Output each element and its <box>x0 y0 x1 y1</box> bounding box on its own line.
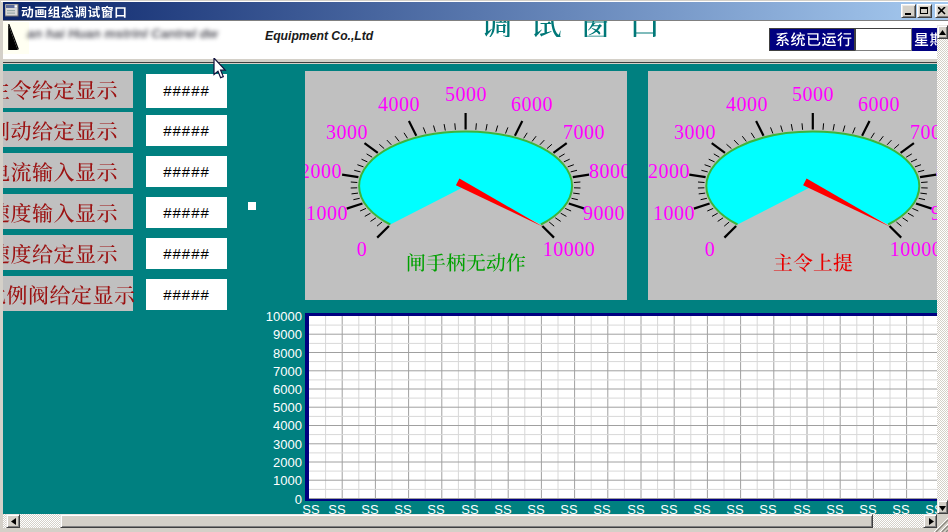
svg-text:3000: 3000 <box>674 121 716 143</box>
svg-text:9000: 9000 <box>583 202 625 224</box>
svg-text:0: 0 <box>357 238 368 260</box>
svg-text:4000: 4000 <box>378 93 420 115</box>
svg-text:4000: 4000 <box>726 93 768 115</box>
svg-text:3000: 3000 <box>326 121 368 143</box>
svg-text:1000: 1000 <box>653 202 695 224</box>
svg-text:2000: 2000 <box>305 160 342 182</box>
svg-text:1000: 1000 <box>306 202 348 224</box>
svg-text:10000: 10000 <box>890 238 943 260</box>
svg-text:10000: 10000 <box>543 238 596 260</box>
svg-text:5000: 5000 <box>445 83 487 105</box>
svg-text:0: 0 <box>705 238 716 260</box>
svg-text:6000: 6000 <box>858 93 900 115</box>
svg-text:6000: 6000 <box>511 93 553 115</box>
svg-text:8000: 8000 <box>589 160 627 182</box>
svg-text:7000: 7000 <box>563 121 605 143</box>
svg-text:2000: 2000 <box>648 160 690 182</box>
svg-text:5000: 5000 <box>792 83 834 105</box>
